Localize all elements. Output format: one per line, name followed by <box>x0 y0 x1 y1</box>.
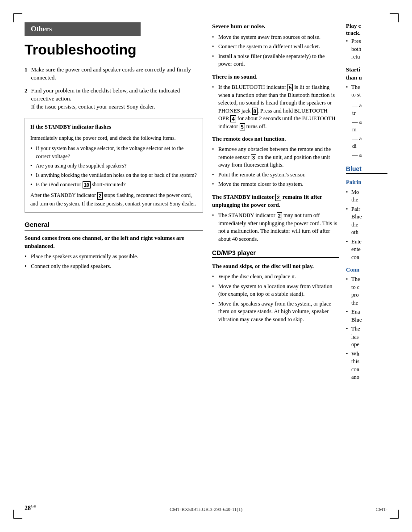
footer-right-code: CMT- <box>375 507 387 512</box>
intro-steps: 1 Make sure the power cord and speaker c… <box>25 66 203 111</box>
step-2: 2 Find your problem in the checklist bel… <box>25 87 203 111</box>
cdmp3-bullet-3: Move the speakers away from the system, … <box>212 300 339 324</box>
right-column: Play ctrack. Presbothretu Startithan u T… <box>346 22 387 384</box>
indicator-4: 4 <box>230 115 236 122</box>
right-pairing-bullets: Mothe PairBluetheoth Enteentecon <box>346 189 387 262</box>
right-bluetooth-divider <box>346 173 387 174</box>
cdmp3-subsection-title: The sound skips, or the disc will not pl… <box>212 262 339 270</box>
right-dash-2: am <box>346 118 387 134</box>
general-divider <box>25 230 203 230</box>
remote-bullet-2: Point the remote at the system's sensor. <box>212 171 339 179</box>
standby-bullet-3: Is anything blocking the ventilation hol… <box>30 171 197 179</box>
step-1-text: Make sure the power cord and speaker cor… <box>31 66 204 82</box>
general-section-title: General <box>25 221 203 228</box>
standby-bullets: If your system has a voltage selector, i… <box>30 144 197 189</box>
main-content: Others Troubleshooting 1 Make sure the p… <box>0 0 412 411</box>
right-dash-1: atr <box>346 102 387 117</box>
right-connecting-title: Conn <box>346 266 387 274</box>
page-title: Troubleshooting <box>25 42 203 58</box>
step-2-main: Find your problem in the checklist below… <box>31 87 180 102</box>
right-play-bullet-1: Presbothretu <box>346 38 387 61</box>
indicator-3: 3 <box>251 154 256 161</box>
others-label: Others <box>31 25 52 33</box>
remote-title: The remote does not function. <box>212 135 339 143</box>
no-sound-title: There is no sound. <box>212 73 339 81</box>
right-play-title: Play ctrack. <box>346 22 387 37</box>
no-sound-bullet-1: If the BLUETOOTH indicator 5 is lit or f… <box>212 84 339 130</box>
step-2-note: If the issue persists, contact your near… <box>31 103 155 110</box>
standby-remains-title: The STANDBY indicator 2 remains lit afte… <box>212 193 339 209</box>
severe-hum-bullet-2: Connect the system to a different wall s… <box>212 43 339 51</box>
standby-bullet-2: Are you using only the supplied speakers… <box>30 162 197 170</box>
standby-bullet-1: If your system has a voltage selector, i… <box>30 144 197 160</box>
right-connecting-bullet-2: EnaBlue <box>346 308 387 324</box>
indicator-2: 2 <box>97 192 103 199</box>
standby-intro: Immediately unplug the power cord, and c… <box>30 134 197 142</box>
indicator-2b-mid: 2 <box>277 212 282 219</box>
right-starting-title: Startithan u <box>346 66 387 82</box>
general-subsection-title: Sound comes from one channel, or the lef… <box>25 234 203 250</box>
page-footer: 28GB CMT-BX50BTi.GB.3-293-640-11(1) CMT- <box>0 504 412 512</box>
right-dash-3: adi <box>346 135 387 151</box>
right-pairing-title: Pairin <box>346 178 387 186</box>
cdmp3-divider <box>212 257 339 258</box>
standby-remains-bullet-1: The STANDBY indicator 2 may not turn off… <box>212 212 339 243</box>
right-col-content: Play ctrack. Presbothretu Startithan u T… <box>346 22 387 384</box>
right-connecting-bullet-1: Theto cprothe <box>346 276 387 307</box>
severe-hum-bullet-3: Install a noise filter (available separa… <box>212 53 339 68</box>
indicator-10: 10 <box>83 181 91 189</box>
left-column: Others Troubleshooting 1 Make sure the p… <box>25 22 212 384</box>
page: Others Troubleshooting 1 Make sure the p… <box>0 0 412 532</box>
right-pairing-bullet-2: PairBluetheoth <box>346 205 387 237</box>
indicator-8: 8 <box>252 108 258 115</box>
step-1: 1 Make sure the power cord and speaker c… <box>25 66 203 82</box>
standby-remains-bullets: The STANDBY indicator 2 may not turn off… <box>212 212 339 243</box>
right-dash-4: a <box>346 151 387 159</box>
remote-bullet-1: Remove any obstacles between the remote … <box>212 146 339 169</box>
middle-column: Severe hum or noise. Move the system awa… <box>212 22 346 384</box>
standby-after-note: After the STANDBY indicator 2 stops flas… <box>30 191 197 207</box>
cdmp3-section: CD/MP3 player The sound skips, or the di… <box>212 249 339 323</box>
cdmp3-bullet-1: Wipe the disc clean, and replace it. <box>212 273 339 281</box>
cdmp3-bullet-2: Move the system to a location away from … <box>212 283 339 298</box>
right-play-bullets: Presbothretu <box>346 38 387 61</box>
right-pairing-bullet-3: Enteentecon <box>346 238 387 262</box>
indicator-2-mid: 2 <box>275 194 281 201</box>
right-starting-bullet-1: Theto st <box>346 84 387 99</box>
indicator-5: 5 <box>287 84 293 91</box>
cdmp3-title: CD/MP3 player <box>212 249 339 256</box>
right-pairing-bullet-1: Mothe <box>346 189 387 204</box>
standby-bullet-4: Is the iPod connector 10 short-circuited… <box>30 180 197 189</box>
corner-mark-tl <box>13 13 22 22</box>
general-bullet-2: Connect only the supplied speakers. <box>25 263 203 271</box>
general-bullets: Place the speakers as symmetrically as p… <box>25 253 203 270</box>
standby-box-title: If the STANDBY indicator flashes <box>30 123 197 131</box>
severe-hum-bullet-1: Move the system away from sources of noi… <box>212 34 339 42</box>
general-bullet-1: Place the speakers as symmetrically as p… <box>25 253 203 261</box>
remote-bullet-3: Move the remote closer to the system. <box>212 180 339 189</box>
others-header-box: Others <box>25 22 141 36</box>
right-connecting-bullets: Theto cprothe EnaBlue Thehasope Whthisco… <box>346 276 387 381</box>
page-number: 28GB <box>25 504 37 512</box>
no-sound-bullets: If the BLUETOOTH indicator 5 is lit or f… <box>212 84 339 130</box>
right-bluetooth-title: Bluet <box>346 165 387 172</box>
footer-left-code: CMT-BX50BTi.GB.3-293-640-11(1) <box>170 507 242 512</box>
remote-bullets: Remove any obstacles between the remote … <box>212 146 339 189</box>
indicator-5b: 5 <box>240 123 245 130</box>
severe-hum-title: Severe hum or noise. <box>212 22 339 31</box>
standby-warning-box: If the STANDBY indicator flashes Immedia… <box>25 118 203 213</box>
right-connecting-bullet-4: Whthisconano <box>346 350 387 381</box>
cdmp3-bullets: Wipe the disc clean, and replace it. Mov… <box>212 273 339 323</box>
severe-hum-bullets: Move the system away from sources of noi… <box>212 34 339 68</box>
right-starting-bullets: Theto st <box>346 84 387 99</box>
corner-mark-tr <box>390 13 399 22</box>
right-connecting-bullet-3: Thehasope <box>346 325 387 349</box>
